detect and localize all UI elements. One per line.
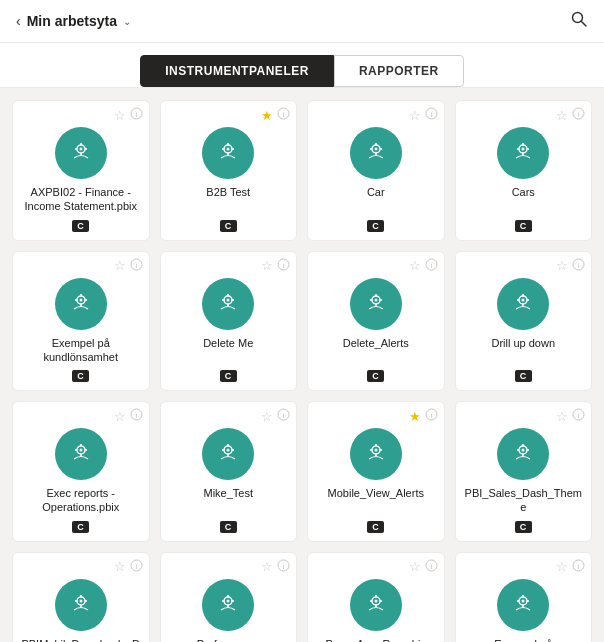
svg-text:i: i <box>135 411 137 420</box>
info-icon[interactable]: i <box>572 258 585 274</box>
card-title: PowerApp_Rep.pbix <box>326 637 426 642</box>
card-badge: C <box>220 521 237 533</box>
svg-point-15 <box>227 148 230 151</box>
card-item[interactable]: ★i B2B TestC <box>160 100 298 241</box>
card-actions: ☆i <box>114 107 143 123</box>
svg-text:i: i <box>578 562 580 571</box>
card-item[interactable]: ☆i Drill up downC <box>455 251 593 392</box>
star-icon[interactable]: ☆ <box>114 108 126 123</box>
svg-point-132 <box>374 599 377 602</box>
star-icon[interactable]: ☆ <box>409 258 421 273</box>
back-button[interactable]: ‹ <box>16 13 21 29</box>
card-title: PBI_Sales_Dash_Theme <box>464 486 584 515</box>
card-title: B2B Test <box>206 185 250 199</box>
workspace-dropdown-icon[interactable]: ⌄ <box>123 16 131 27</box>
card-item[interactable]: ☆i Delete_AlertsC <box>307 251 445 392</box>
card-badge: C <box>367 220 384 232</box>
star-icon[interactable]: ☆ <box>114 559 126 574</box>
card-actions: ☆i <box>114 408 143 424</box>
star-icon[interactable]: ☆ <box>556 108 568 123</box>
info-icon[interactable]: i <box>425 408 438 424</box>
card-actions: ☆i <box>114 258 143 274</box>
star-icon[interactable]: ☆ <box>261 258 273 273</box>
card-item[interactable]: ★i Mobile_View_AlertsC <box>307 401 445 542</box>
star-icon[interactable]: ☆ <box>261 559 273 574</box>
info-icon[interactable]: i <box>572 559 585 575</box>
info-icon[interactable]: i <box>130 559 143 575</box>
search-icon[interactable] <box>570 10 588 32</box>
svg-point-114 <box>79 599 82 602</box>
info-icon[interactable]: i <box>130 258 143 274</box>
card-item[interactable]: ☆i Delete MeC <box>160 251 298 392</box>
card-item[interactable]: ☆i PerformanceC <box>160 552 298 642</box>
info-icon[interactable]: i <box>425 258 438 274</box>
tab-rapporter[interactable]: RAPPORTER <box>334 55 464 87</box>
card-item[interactable]: ☆i Exec reports - Operations.pbixC <box>12 401 150 542</box>
info-icon[interactable]: i <box>425 107 438 123</box>
svg-text:i: i <box>430 562 432 571</box>
star-icon[interactable]: ☆ <box>556 409 568 424</box>
top-bar-left: ‹ Min arbetsyta ⌄ <box>16 13 131 29</box>
svg-point-42 <box>79 298 82 301</box>
card-thumbnail <box>55 428 107 480</box>
star-icon[interactable]: ☆ <box>556 258 568 273</box>
svg-text:i: i <box>283 562 285 571</box>
star-icon[interactable]: ★ <box>409 409 421 424</box>
svg-text:i: i <box>283 261 285 270</box>
card-title: Exempel på kundlönsamhet <box>21 336 141 365</box>
star-icon[interactable]: ☆ <box>114 409 126 424</box>
card-badge: C <box>72 370 89 382</box>
card-item[interactable]: ☆i Exempel på kundlönsamhetC <box>12 251 150 392</box>
info-icon[interactable]: i <box>130 408 143 424</box>
svg-point-141 <box>522 599 525 602</box>
tab-instrumentpaneler[interactable]: INSTRUMENTPANELER <box>140 55 334 87</box>
workspace-title: Min arbetsyta <box>27 13 117 29</box>
star-icon[interactable]: ★ <box>261 108 273 123</box>
card-item[interactable]: ☆i Exempel på anskaffningsanalysC <box>455 552 593 642</box>
card-item[interactable]: ☆i PBI_Sales_Dash_ThemeC <box>455 401 593 542</box>
card-item[interactable]: ☆i Mike_TestC <box>160 401 298 542</box>
svg-point-60 <box>374 298 377 301</box>
info-icon[interactable]: i <box>130 107 143 123</box>
card-item[interactable]: ☆i PowerApp_Rep.pbixC <box>307 552 445 642</box>
info-icon[interactable]: i <box>277 559 290 575</box>
star-icon[interactable]: ☆ <box>261 409 273 424</box>
svg-point-96 <box>374 449 377 452</box>
card-thumbnail <box>202 278 254 330</box>
card-item[interactable]: ☆i AXPBI02 - Finance - Income Statement.… <box>12 100 150 241</box>
app-container: ‹ Min arbetsyta ⌄ INSTRUMENTPANELER RAPP… <box>0 0 604 642</box>
star-icon[interactable]: ☆ <box>556 559 568 574</box>
card-item[interactable]: ☆i CarsC <box>455 100 593 241</box>
card-actions: ☆i <box>556 408 585 424</box>
tabs-bar: INSTRUMENTPANELER RAPPORTER <box>0 43 604 88</box>
card-title: Mike_Test <box>203 486 253 500</box>
card-actions: ☆i <box>409 107 438 123</box>
star-icon[interactable]: ☆ <box>409 108 421 123</box>
info-icon[interactable]: i <box>277 258 290 274</box>
card-actions: ☆i <box>261 258 290 274</box>
card-thumbnail <box>497 127 549 179</box>
svg-point-24 <box>374 148 377 151</box>
card-item[interactable]: ☆i PBIMobileDownloads_Drill_Table&Cack.p… <box>12 552 150 642</box>
card-badge: C <box>220 220 237 232</box>
card-title: Delete Me <box>203 336 253 350</box>
svg-point-123 <box>227 599 230 602</box>
info-icon[interactable]: i <box>572 107 585 123</box>
card-actions: ★i <box>261 107 290 123</box>
info-icon[interactable]: i <box>277 107 290 123</box>
star-icon[interactable]: ☆ <box>114 258 126 273</box>
card-actions: ☆i <box>409 559 438 575</box>
svg-text:i: i <box>283 411 285 420</box>
svg-text:i: i <box>430 110 432 119</box>
info-icon[interactable]: i <box>572 408 585 424</box>
card-thumbnail <box>55 579 107 631</box>
card-thumbnail <box>497 428 549 480</box>
star-icon[interactable]: ☆ <box>409 559 421 574</box>
card-actions: ☆i <box>556 258 585 274</box>
card-actions: ★i <box>409 408 438 424</box>
card-title: PBIMobileDownloads_Drill_Table&Cack.pbix <box>21 637 141 642</box>
card-item[interactable]: ☆i CarC <box>307 100 445 241</box>
info-icon[interactable]: i <box>277 408 290 424</box>
card-badge: C <box>515 370 532 382</box>
info-icon[interactable]: i <box>425 559 438 575</box>
